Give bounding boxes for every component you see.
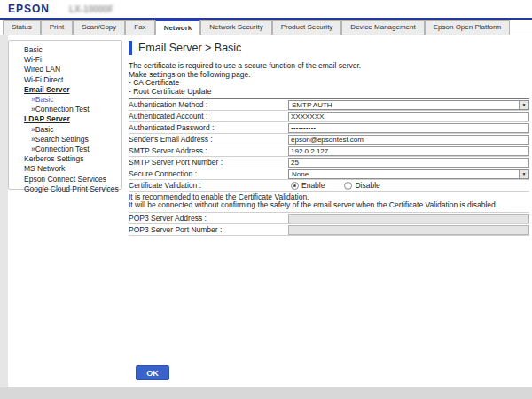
authenticated-account-input[interactable] [288,112,529,121]
certificate-validation-note: It is recommended to enable the Certific… [129,192,529,213]
form-row-authenticated-account: Authenticated Account : [129,111,529,122]
secure-connection-label: Secure Connection : [129,169,288,178]
form-row-certificate-validation: Certificate Validation : Enable Disable [129,180,529,192]
certificate-validation-enable-option[interactable]: Enable [291,181,325,190]
form-row-senders-email-address: Sender's Email Address : [129,134,529,145]
pop3-server-address-label: POP3 Server Address : [129,214,288,223]
pop3-server-port-number-input [288,225,529,235]
authenticated-password-label: Authenticated Password : [129,123,288,132]
sidebar-item-wifi-direct[interactable]: Wi-Fi Direct [9,75,121,85]
form-row-authentication-method: Authentication Method : SMTP AUTH ▼ [129,99,529,111]
tab-device-management[interactable]: Device Management [341,20,424,35]
sidebar-item-email-server-connection-test[interactable]: »Connection Test [9,105,121,114]
description-line: Make settings on the following page. [129,71,529,80]
form-row-authenticated-password: Authenticated Password : [129,122,529,134]
chevron-down-icon[interactable]: ▼ [519,170,528,178]
senders-email-address-label: Sender's Email Address : [129,135,288,144]
top-tab-bar: Status Print Scan/Copy Fax Network Netwo… [0,20,532,35]
tab-status[interactable]: Status [3,20,41,35]
smtp-server-address-input[interactable] [288,146,529,156]
smtp-server-address-label: SMTP Server Address : [129,146,288,155]
sidebar-item-ldap-search-settings[interactable]: »Search Settings [9,135,121,145]
sidebar-item-basic[interactable]: Basic [9,45,121,55]
tab-print[interactable]: Print [41,20,73,35]
authentication-method-value: SMTP AUTH [292,101,332,109]
sidebar-item-google-cloud-print-services[interactable]: Google Cloud Print Services [9,184,121,194]
sidebar-nav: Basic Wi-Fi Wired LAN Wi-Fi Direct Email… [8,40,122,190]
page-description: The certificate is required to use a sec… [129,62,529,96]
page-title: Email Server > Basic [138,42,241,54]
app-header: EPSON LX-10000F [0,0,532,18]
smtp-server-port-number-label: SMTP Server Port Number : [129,158,288,167]
tab-fax[interactable]: Fax [125,20,154,35]
title-accent-bar [129,41,132,55]
form-row-pop3-server-port-number: POP3 Server Port Number : [129,224,529,236]
bottom-gutter [0,387,532,399]
sidebar-section-ldap-server[interactable]: LDAP Server [9,114,121,124]
sidebar-item-kerberos-settings[interactable]: Kerberos Settings [9,154,121,164]
sidebar-item-email-server-basic[interactable]: »Basic [9,95,121,105]
pop3-server-address-input [288,214,529,223]
sidebar-item-ldap-basic[interactable]: »Basic [9,125,121,135]
authenticated-password-input[interactable] [288,123,529,133]
tab-network[interactable]: Network [155,20,201,35]
form-row-secure-connection: Secure Connection : None ▼ [129,168,529,180]
form-row-smtp-server-address: SMTP Server Address : [129,145,529,157]
enable-option-label: Enable [301,181,325,190]
form-row-pop3-server-address: POP3 Server Address : [129,213,529,224]
certificate-validation-radio-group: Enable Disable [288,181,380,190]
sidebar-section-email-server[interactable]: Email Server [9,85,121,95]
printer-model-blurred: LX-10000F [69,4,113,14]
left-gutter [0,35,8,399]
page-title-row: Email Server > Basic [129,40,529,55]
note-line: It will be connected without confirming … [129,201,529,209]
secure-connection-value: None [292,170,309,178]
sidebar-item-ms-network[interactable]: MS Network [9,164,121,174]
tab-network-security[interactable]: Network Security [200,20,271,35]
disable-option-label: Disable [355,181,379,190]
epson-logo: EPSON [8,3,50,15]
sidebar-item-ldap-connection-test[interactable]: »Connection Test [9,145,121,154]
tab-epson-open-platform[interactable]: Epson Open Platform [425,20,510,35]
pop3-server-port-number-label: POP3 Server Port Number : [129,225,288,234]
chevron-down-icon[interactable]: ▼ [519,101,528,109]
sidebar-item-wifi[interactable]: Wi-Fi [9,55,121,65]
ok-button[interactable]: OK [136,365,169,380]
main-content: Email Server > Basic The certificate is … [129,40,529,236]
certificate-validation-label: Certificate Validation : [129,181,288,190]
form-row-smtp-server-port-number: SMTP Server Port Number : [129,157,529,168]
smtp-server-port-number-input[interactable] [288,158,529,168]
certificate-validation-disable-option[interactable]: Disable [344,181,379,190]
tab-product-security[interactable]: Product Security [272,20,342,35]
authentication-method-select[interactable]: SMTP AUTH ▼ [288,100,529,110]
senders-email-address-input[interactable] [288,135,529,145]
sidebar-item-wired-lan[interactable]: Wired LAN [9,65,121,74]
radio-unselected-icon[interactable] [344,182,352,190]
description-line: - Root Certificate Update [129,88,529,97]
secure-connection-select[interactable]: None ▼ [288,169,529,179]
sidebar-item-epson-connect-services[interactable]: Epson Connect Services [9,175,121,184]
authentication-method-label: Authentication Method : [129,100,288,109]
email-server-form: Authentication Method : SMTP AUTH ▼ Auth… [129,98,529,236]
tab-scan-copy[interactable]: Scan/Copy [73,20,125,35]
radio-selected-icon[interactable] [291,182,299,190]
authenticated-account-label: Authenticated Account : [129,112,288,121]
